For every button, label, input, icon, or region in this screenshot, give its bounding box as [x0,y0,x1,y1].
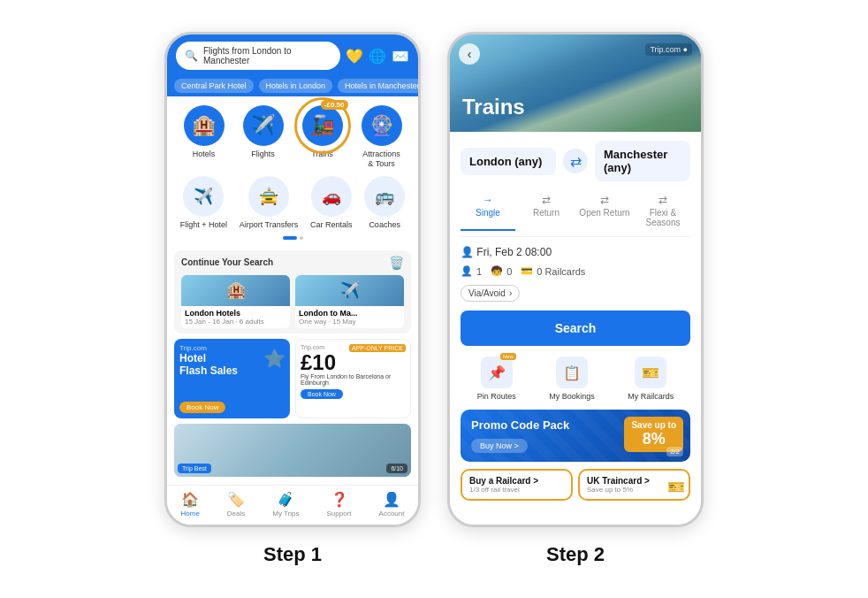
flexi-icon: ⇄ [659,194,667,206]
coaches-label: Coaches [369,220,400,229]
attractions-icon: 🎡 [369,114,393,137]
decorative-stars: ⭐ [263,348,286,369]
railcard-row: Buy a Railcard > 1/3 off rail travel UK … [461,469,690,501]
search-icon: 🔍 [185,50,198,62]
route-row: London (any) ⇄ Manchester(any) [461,141,690,181]
tab-flexi[interactable]: ⇄ Flexi & Seasons [636,190,690,231]
trains-label: Trains [311,150,333,158]
nav-trips-label: My Trips [272,510,299,518]
promo-code-card[interactable]: Promo Code Pack Buy Now > Save up to 8% … [461,410,690,462]
coaches-icon-circle: 🚌 [364,176,405,217]
my-bookings-link[interactable]: 📋 My Bookings [549,356,595,401]
world-icon: 🌐 [369,48,386,65]
flights-icon-circle: ✈️ [243,105,284,146]
category-flight-hotel[interactable]: ✈️ Flight + Hotel [180,176,227,229]
hotel-img-strip: Trip Best 6/10 [174,424,411,477]
search-button[interactable]: Search [461,310,690,346]
p1-header: 🔍 Flights from London to Manchester 💛 🌐 … [167,34,418,75]
my-railcards-label: My Railcards [628,392,674,401]
tab-open-return[interactable]: ⇄ Open Return [577,190,632,231]
promo-book-btn[interactable]: Book Now [301,389,343,399]
nav-support-label: Support [327,510,352,518]
datetime-selector[interactable]: 👤 Fri, Feb 2 08:00 [461,246,690,258]
delete-icon[interactable]: 🗑️ [389,256,404,270]
via-label: Via/Avoid [468,288,506,298]
category-flights[interactable]: ✈️ Flights [243,105,284,169]
airport-label: Airport Transfers [240,220,299,229]
p2-top-image: ‹ Trains Trip.com ● [450,34,701,132]
phone2-frame: ‹ Trains Trip.com ● London (any) ⇄ Manch… [447,32,704,527]
tab-return[interactable]: ⇄ Return [519,190,574,231]
promo-amount: £10 [301,352,406,373]
swap-stations-btn[interactable]: ⇄ [563,149,588,173]
chip-hotels-manchester[interactable]: Hotels in Manchester [338,79,418,93]
coaches-icon: 🚌 [375,187,394,206]
flights-icon: ✈️ [251,114,275,137]
chip-central-park[interactable]: Central Park Hotel [174,79,254,93]
to-station[interactable]: Manchester(any) [595,141,690,181]
buy-railcard-item[interactable]: Buy a Railcard > 1/3 off rail travel [461,469,573,501]
search-text: Flights from London to Manchester [203,46,331,65]
via-chevron-icon: › [509,288,512,298]
flexi-label: Flexi & Seasons [637,208,689,227]
p1-icons-row1: 🏨 Hotels ✈️ Flights [174,105,411,169]
pin-routes-label: Pin Routes [477,392,516,401]
new-badge: New [500,353,516,360]
buy-railcard-title: Buy a Railcard > [469,476,564,486]
search-bar[interactable]: 🔍 Flights from London to Manchester [176,42,340,70]
category-car[interactable]: 🚗 Car Rentals [310,176,353,229]
attractions-label: Attractions& Tours [362,150,400,169]
save-label: Save up to [631,420,676,430]
children-count: 0 [506,266,512,277]
main-container: 🔍 Flights from London to Manchester 💛 🌐 … [147,23,721,575]
tab-single[interactable]: → Single [461,190,515,231]
category-hotels[interactable]: 🏨 Hotels [184,105,225,169]
passengers-row[interactable]: 👤 1 🧒 0 💳 0 Railcards [461,265,690,277]
nav-trips[interactable]: 🧳 My Trips [272,491,299,518]
my-bookings-label: My Bookings [549,392,595,401]
category-trains[interactable]: 🚂 -£0.50 Trains [302,105,343,169]
my-railcards-link[interactable]: 🎫 My Railcards [628,356,674,401]
nav-deals[interactable]: 🏷️ Deals [227,491,245,518]
category-coaches[interactable]: 🚌 Coaches [364,176,405,229]
children-icon: 🧒 [491,265,503,277]
nav-support[interactable]: ❓ Support [327,491,352,518]
quick-links-row: 📌 New Pin Routes 📋 My Bookings 🎫 My Rail… [461,356,690,401]
continue-header: Continue Your Search 🗑️ [181,256,404,270]
pin-routes-icon: 📌 New [481,356,513,388]
coin-icon: 💛 [346,48,363,65]
nav-home[interactable]: 🏠 Home [181,491,200,518]
promo-10-offer[interactable]: Trip.com APP-ONLY PRICE £10 Fly From Lon… [295,339,411,418]
trip-best-badge: Trip Best [178,464,211,473]
flight-hotel-icon-circle: ✈️ [183,176,224,217]
open-return-label: Open Return [579,208,629,218]
continue-card-flights[interactable]: ✈️ London to Ma... One way · 15 May [295,275,404,328]
uk-traincard-item[interactable]: UK Traincard > Save up to 5% 🎫 [578,469,690,501]
promo-flash-sale[interactable]: Trip.com HotelFlash Sales Book Now ⭐ [174,339,290,418]
chip-hotels-london[interactable]: Hotels in London [259,79,333,93]
from-station[interactable]: London (any) [461,148,556,175]
hotels-icon: 🏨 [192,114,216,137]
trip-logo-p2: Trip.com ● [645,43,692,56]
via-avoid-btn[interactable]: Via/Avoid › [461,285,520,302]
flight-card-title: London to Ma... [299,309,400,318]
category-airport[interactable]: 🚖 Airport Transfers [240,176,299,229]
pin-routes-link[interactable]: 📌 New Pin Routes [477,356,516,401]
step2-wrapper: ‹ Trains Trip.com ● London (any) ⇄ Manch… [447,32,704,566]
book-now-btn[interactable]: Book Now [179,402,225,413]
journey-type-tabs: → Single ⇄ Return ⇄ Open Return ⇄ Flexi … [461,190,690,237]
p1-bottom-nav: 🏠 Home 🏷️ Deals 🧳 My Trips ❓ Support 👤 [167,485,418,525]
category-attractions[interactable]: 🎡 Attractions& Tours [362,105,402,169]
phone1-frame: 🔍 Flights from London to Manchester 💛 🌐 … [164,32,421,527]
trips-icon: 🧳 [277,491,294,508]
adults-item: 👤 1 [461,265,482,277]
return-tab-icon: ⇄ [542,194,551,206]
continue-card-hotels[interactable]: 🏨 London Hotels 15 Jan - 16 Jan · 6 adul… [181,275,290,328]
railcards-value: 0 Railcards [537,266,585,277]
dot-active [283,236,297,240]
back-button[interactable]: ‹ [459,43,480,65]
dot-inactive [300,236,303,240]
railcards-item: 💳 0 Railcards [521,265,585,277]
back-icon: ‹ [468,47,472,61]
nav-account[interactable]: 👤 Account [379,491,405,518]
